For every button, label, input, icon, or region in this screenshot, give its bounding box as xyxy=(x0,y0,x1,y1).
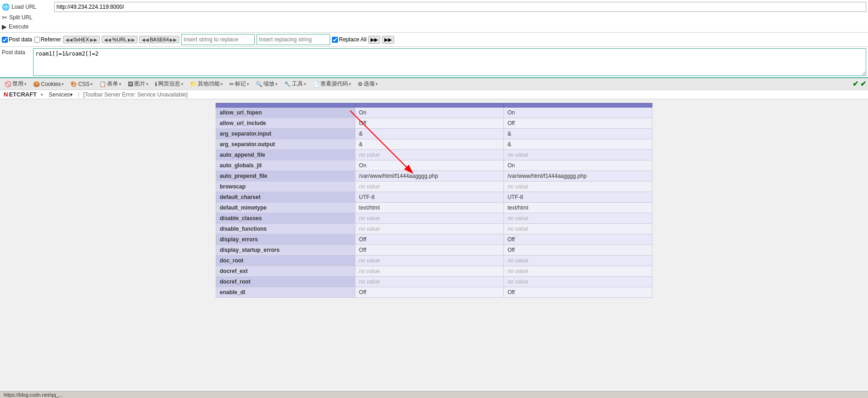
table-cell-key: default_mimetype xyxy=(216,203,355,213)
url-encode-button[interactable]: ◀◀ %URL ▶▶ xyxy=(102,36,137,43)
globe-icon: 🌐 xyxy=(2,3,10,11)
forms-label: 表单 xyxy=(107,80,118,88)
col-header-key xyxy=(216,103,355,108)
info-chevron: ▾ xyxy=(181,82,183,86)
replace-right-arrow: ▶▶ xyxy=(384,37,392,43)
postdata-row: Post data roam1[]=1&roam2[]=2 xyxy=(0,47,868,78)
table-cell-key: display_startup_errors xyxy=(216,245,355,256)
table-cell-key: auto_prepend_file xyxy=(216,171,355,182)
replace-all-check[interactable]: Replace All xyxy=(332,36,366,43)
toolbar-item-source[interactable]: 📄 查看源代码 ▾ xyxy=(310,79,354,89)
toolbar-row: Post data Referrer ◀◀ 0xHEX ▶▶ ◀◀ %URL ▶… xyxy=(0,33,868,47)
table-row: display_startup_errorsOffOff xyxy=(216,245,652,256)
info-icon: ℹ xyxy=(155,81,157,87)
base64-label: BASE64 xyxy=(150,37,169,42)
replace-left-arrow: ▶▶ xyxy=(371,37,378,43)
table-cell-master: On xyxy=(503,108,652,118)
table-cell-local: no value xyxy=(355,224,503,234)
hex-button[interactable]: ◀◀ 0xHEX ▶▶ xyxy=(63,36,100,43)
toolbar-item-info[interactable]: ℹ 网页信息 ▾ xyxy=(152,79,186,89)
table-row: display_errorsOffOff xyxy=(216,234,652,245)
table-row: disable_functionsno valueno value xyxy=(216,224,652,234)
table-cell-local: /var/www/html/f1444aagggg.php xyxy=(355,171,503,182)
toolbar-item-css[interactable]: 🎨 CSS ▾ xyxy=(68,80,96,88)
table-cell-master: Off xyxy=(503,234,652,245)
load-url-button[interactable]: 🌐 Load URL xyxy=(2,3,52,11)
execute-button[interactable]: ▶ Execute xyxy=(2,23,52,30)
tools-chevron: ▾ xyxy=(304,82,306,86)
table-cell-master: no value xyxy=(503,277,652,287)
forms-icon: 📋 xyxy=(99,81,106,87)
execute-icon: ▶ xyxy=(2,23,7,30)
toolbar-item-zoom[interactable]: 🔍 缩放 ▾ xyxy=(253,79,280,89)
table-cell-local: Off xyxy=(355,245,503,256)
load-url-row: 🌐 Load URL xyxy=(0,1,868,13)
table-cell-key: display_errors xyxy=(216,234,355,245)
table-row: auto_globals_jitOnOn xyxy=(216,160,652,171)
base64-button[interactable]: ◀◀ BASE64 ▶▶ xyxy=(139,36,180,43)
table-cell-local: no value xyxy=(355,256,503,266)
table-cell-master: no value xyxy=(503,213,652,224)
table-cell-key: disable_functions xyxy=(216,224,355,234)
images-chevron: ▾ xyxy=(146,82,148,86)
table-cell-local: & xyxy=(355,139,503,150)
table-cell-master: Off xyxy=(503,245,652,256)
main-content: allow_url_fopenOnOnallow_url_includeOffO… xyxy=(0,99,868,301)
css-label: CSS xyxy=(78,81,90,87)
toolbar-item-other[interactable]: 📁 其他功能 ▾ xyxy=(187,79,226,89)
url-right-arrow: ▶▶ xyxy=(128,37,135,42)
table-row: arg_separator.output&& xyxy=(216,139,652,150)
table-cell-key: enable_dl xyxy=(216,287,355,298)
base64-left-arrow: ◀◀ xyxy=(142,37,149,42)
table-cell-local: no value xyxy=(355,266,503,277)
check1: ✔ xyxy=(852,80,858,88)
separator-pipe: | xyxy=(78,92,80,97)
table-row: doc_rootno valueno value xyxy=(216,256,652,266)
split-url-label: Split URL xyxy=(9,14,33,21)
table-cell-local: On xyxy=(355,160,503,171)
table-cell-local: no value xyxy=(355,213,503,224)
green-checks: ✔ ✔ xyxy=(852,80,866,88)
table-cell-local: & xyxy=(355,129,503,139)
table-cell-local: Off xyxy=(355,234,503,245)
toolbar-item-cookies[interactable]: 🍪 Cookies ▾ xyxy=(30,80,67,88)
toolbar-item-images[interactable]: 🖼 图片 ▾ xyxy=(125,79,151,89)
disable-icon: 🚫 xyxy=(5,81,11,87)
insert-replace-input[interactable] xyxy=(181,34,255,45)
table-cell-master: Off xyxy=(503,118,652,129)
toolbar-item-tools[interactable]: 🔧 工具 ▾ xyxy=(281,79,309,89)
toolbar-item-disable[interactable]: 🚫 禁用 ▾ xyxy=(2,79,29,89)
services-button[interactable]: Services▾ xyxy=(47,91,74,98)
referrer-label: Referrer xyxy=(41,36,61,43)
replace-left-button[interactable]: ▶▶ xyxy=(368,36,380,44)
col-header-local xyxy=(355,103,503,108)
replace-right-button[interactable]: ▶▶ xyxy=(382,36,394,44)
mark-chevron: ▾ xyxy=(247,82,249,86)
table-cell-key: docref_ext xyxy=(216,266,355,277)
referrer-checkbox[interactable] xyxy=(34,37,40,43)
split-url-button[interactable]: ✂ Split URL xyxy=(2,14,52,21)
url-input[interactable] xyxy=(54,2,866,12)
netcraft-rest: ETCRAFT xyxy=(9,91,37,98)
toolbar-item-forms[interactable]: 📋 表单 ▾ xyxy=(97,79,124,89)
services-label: Services▾ xyxy=(49,91,73,98)
options-label: 选项 xyxy=(364,80,375,88)
url-left-arrow: ◀◀ xyxy=(104,37,111,42)
table-cell-key: doc_root xyxy=(216,256,355,266)
referrer-check[interactable]: Referrer xyxy=(34,36,61,43)
table-cell-master: & xyxy=(503,139,652,150)
post-data-check[interactable]: Post data xyxy=(2,36,32,43)
postdata-textarea[interactable]: roam1[]=1&roam2[]=2 xyxy=(33,48,866,76)
toolbar-item-mark[interactable]: ✏ 标记 ▾ xyxy=(227,79,252,89)
table-cell-master: UTF-8 xyxy=(503,192,652,203)
tools-icon: 🔧 xyxy=(284,81,291,87)
toolbar-item-options[interactable]: ⚙ 选项 ▾ xyxy=(355,79,381,89)
hex-right-arrow: ▶▶ xyxy=(90,37,97,42)
table-row: default_charsetUTF-8UTF-8 xyxy=(216,192,652,203)
post-data-label: Post data xyxy=(9,36,32,43)
replace-all-checkbox[interactable] xyxy=(332,37,338,43)
insert-replacing-input[interactable] xyxy=(257,34,330,45)
post-data-checkbox[interactable] xyxy=(2,37,8,43)
mark-icon: ✏ xyxy=(229,81,234,87)
php-table: allow_url_fopenOnOnallow_url_includeOffO… xyxy=(216,103,652,298)
